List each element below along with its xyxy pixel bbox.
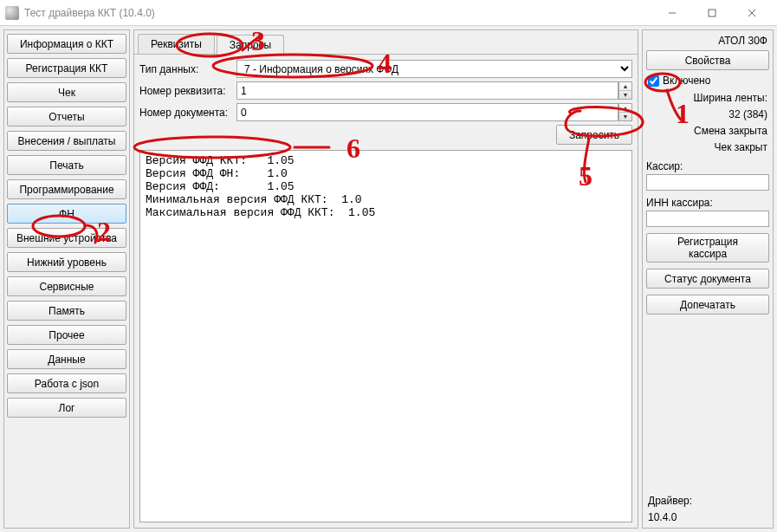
reqnum-spin-up[interactable]: ▲ [619, 82, 631, 91]
docnum-input[interactable] [236, 103, 618, 121]
sidebar-item-2[interactable]: Чек [7, 82, 126, 102]
right-panel: АТОЛ 30Ф Свойства Включено Ширина ленты:… [642, 29, 774, 529]
sidebar-item-0[interactable]: Информация о ККТ [7, 34, 126, 54]
sidebar-item-6[interactable]: Программирование [7, 179, 126, 199]
sidebar-item-15[interactable]: Лог [7, 398, 126, 418]
tape-width-value: 32 (384) [646, 107, 769, 121]
sidebar-item-3[interactable]: Отчеты [7, 107, 126, 127]
query-form: Тип данных: 7 - Информация о версиях ФФД… [134, 55, 638, 123]
driver-label: Драйвер: [646, 494, 769, 508]
tab-bar: РеквизитыЗапросы [134, 30, 638, 55]
docnum-label: Номер документа: [139, 107, 233, 119]
sidebar-item-14[interactable]: Работа с json [7, 373, 126, 393]
sidebar-item-8[interactable]: Внешние устройства [7, 228, 126, 248]
reqnum-input[interactable] [236, 81, 618, 100]
reqnum-spin-down[interactable]: ▼ [619, 91, 631, 99]
cashier-inn-label: ИНН кассира: [646, 197, 769, 209]
type-select[interactable]: 7 - Информация о версиях ФФД [236, 60, 632, 78]
sidebar-item-4[interactable]: Внесения / выплаты [7, 131, 126, 151]
sidebar-item-10[interactable]: Сервисные [7, 276, 126, 296]
window-title: Тест драйвера ККТ (10.4.0) [24, 7, 652, 19]
output-text[interactable]: Версия ФФД ККТ: 1.05 Версия ФФД ФН: 1.0 … [139, 150, 632, 522]
doc-status-button[interactable]: Статус документа [646, 269, 769, 289]
app-icon [5, 6, 19, 20]
register-cashier-button[interactable]: Регистрация кассира [646, 233, 769, 263]
sidebar-item-12[interactable]: Прочее [7, 325, 126, 345]
reqnum-label: Номер реквизита: [139, 85, 233, 97]
cashier-label: Кассир: [646, 160, 769, 172]
docnum-spin-down[interactable]: ▼ [619, 113, 631, 120]
check-status: Чек закрыт [646, 140, 769, 154]
maximize-button[interactable] [692, 0, 732, 26]
enabled-checkbox[interactable] [648, 75, 659, 87]
svg-rect-1 [709, 10, 715, 16]
main-panel: РеквизитыЗапросы Тип данных: 7 - Информа… [133, 29, 638, 529]
tab-0[interactable]: Реквизиты [138, 34, 215, 54]
type-label: Тип данных: [139, 63, 233, 75]
sidebar-item-1[interactable]: Регистрация ККТ [7, 58, 126, 78]
tab-1[interactable]: Запросы [217, 35, 284, 55]
shift-status: Смена закрыта [646, 124, 769, 138]
cashier-inn-input[interactable] [646, 211, 769, 227]
sidebar-item-11[interactable]: Память [7, 301, 126, 321]
driver-version: 10.4.0 [646, 510, 769, 524]
sidebar-item-5[interactable]: Печать [7, 155, 126, 175]
sidebar-item-9[interactable]: Нижний уровень [7, 252, 126, 272]
cashier-input[interactable] [646, 174, 769, 191]
device-name: АТОЛ 30Ф [646, 34, 769, 48]
tape-width-label: Ширина ленты: [646, 91, 769, 105]
sidebar-item-7[interactable]: ФН [7, 204, 126, 224]
title-bar: Тест драйвера ККТ (10.4.0) [0, 0, 777, 26]
request-button[interactable]: Запросить [556, 125, 632, 145]
enabled-label[interactable]: Включено [663, 75, 710, 87]
reprint-button[interactable]: Допечатать [646, 295, 769, 315]
sidebar: Информация о ККТРегистрация ККТЧекОтчеты… [3, 29, 130, 529]
close-button[interactable] [732, 0, 772, 26]
sidebar-item-13[interactable]: Данные [7, 349, 126, 369]
docnum-spin-up[interactable]: ▲ [619, 104, 631, 113]
minimize-button[interactable] [652, 0, 692, 26]
properties-button[interactable]: Свойства [646, 50, 769, 70]
